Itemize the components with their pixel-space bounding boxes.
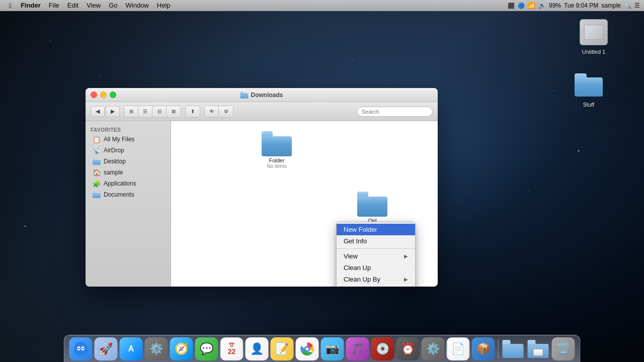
dock-safari-icon: 🧭 — [170, 337, 193, 360]
stuff-icon-label: Stuff — [582, 101, 596, 108]
dock-calendar-icon: 📅22 — [220, 337, 244, 360]
back-button[interactable]: ◀ — [91, 106, 105, 117]
ctx-clean-up-by[interactable]: Clean Up By ▶ — [337, 274, 415, 285]
view-buttons: ⊞ ☰ ⊟ ⊠ — [124, 106, 181, 118]
apple-menu[interactable]:  — [4, 0, 17, 11]
dock-iphoto-icon: 📷 — [321, 337, 344, 360]
dock-item-sysprefs2[interactable]: ⚙️ — [422, 337, 445, 360]
window-title-text: Downloads — [251, 92, 283, 99]
dock-chrome-icon — [296, 337, 319, 360]
clock: Tue 9:04 PM — [564, 2, 598, 9]
ctx-get-info[interactable]: Get Info — [337, 235, 415, 247]
sidebar-item-airdrop[interactable]: 📡 AirDrop — [88, 145, 169, 156]
menu-go[interactable]: Go — [105, 0, 121, 11]
content-item-name-folder: Folder — [269, 157, 284, 163]
applications-icon: 🧩 — [93, 179, 101, 188]
context-menu: New Folder Get Info View ▶ Clean Up Clea… — [336, 222, 416, 287]
hdd-icon-label: Untitled 1 — [581, 48, 607, 55]
menu-file[interactable]: File — [45, 0, 63, 11]
dock-item-appstore[interactable]: A — [120, 337, 143, 360]
search-input[interactable] — [357, 107, 433, 117]
action-button[interactable]: ⚙ — [219, 106, 233, 117]
list-view-button[interactable]: ☰ — [138, 106, 152, 117]
sidebar-item-documents[interactable]: Documents — [88, 189, 169, 200]
finder-toolbar: ◀ ▶ ⊞ ☰ ⊟ ⊠ ⬆ 👁 ⚙ — [86, 102, 438, 121]
dock-folder-icon — [502, 337, 525, 360]
screen-record-icon: ⬛ — [508, 3, 515, 9]
sidebar-item-desktop[interactable]: Desktop — [88, 156, 169, 167]
coverflow-view-button[interactable]: ⊠ — [167, 106, 181, 117]
dock-item-calendar[interactable]: 📅22 — [220, 337, 244, 360]
svg-point-0 — [74, 342, 88, 356]
dock-timemachine-icon: ⏰ — [396, 337, 420, 360]
svg-point-4 — [82, 348, 84, 349]
dock-item-iphoto[interactable]: 📷 — [321, 337, 344, 360]
dock-item-messages[interactable]: 💬 — [195, 337, 218, 360]
sidebar-label-applications: Applications — [104, 180, 136, 187]
minimize-button[interactable] — [100, 92, 107, 98]
sidebar-label-desktop: Desktop — [104, 158, 126, 165]
dock-item-dvdplayer[interactable]: 💿 — [371, 337, 394, 360]
hdd-icon-image — [579, 17, 609, 47]
dock-item-chrome[interactable] — [296, 337, 319, 360]
forward-button[interactable]: ▶ — [106, 106, 120, 117]
dock-item-safari[interactable]: 🧭 — [170, 337, 193, 360]
eye-button[interactable]: 👁 — [205, 106, 219, 117]
dock-item-launchpad[interactable]: 🚀 — [95, 337, 118, 360]
menubar-status: ⬛ 🔵 📶 🔊 99% Tue 9:04 PM sample 🔍 ☰ — [508, 2, 640, 9]
menu-help[interactable]: Help — [153, 0, 175, 11]
sidebar-item-applications[interactable]: 🧩 Applications — [88, 178, 169, 189]
share-button[interactable]: ⬆ — [186, 106, 200, 117]
dock-appstore-icon: A — [120, 337, 143, 360]
eye-button-group: 👁 ⚙ — [204, 106, 233, 118]
content-item-folder[interactable]: Folder No items — [257, 131, 297, 169]
menu-edit[interactable]: Edit — [63, 0, 83, 11]
content-old-folder-icon — [357, 192, 387, 217]
desktop-icon-hdd[interactable]: Untitled 1 — [574, 15, 614, 57]
icon-view-button[interactable]: ⊞ — [124, 106, 138, 117]
menu-view[interactable]: View — [83, 0, 105, 11]
dock-item-notes[interactable]: 📝 — [271, 337, 294, 360]
close-button[interactable] — [91, 92, 97, 98]
sidebar-item-home[interactable]: 🏠 sample — [88, 167, 169, 178]
dock-item-preview[interactable]: 📄 — [447, 337, 470, 360]
dock-preview-icon: 📄 — [447, 337, 470, 360]
dock-item-sysprefs[interactable]: ⚙️ — [145, 337, 168, 360]
desktop-icon-stuff[interactable]: Stuff — [569, 68, 609, 110]
dock-item-timemachine[interactable]: ⏰ — [396, 337, 420, 360]
dock-item-folder[interactable] — [502, 337, 525, 360]
desktop:  Finder File Edit View Go Window Help ⬛… — [0, 0, 644, 362]
ctx-new-folder[interactable]: New Folder — [337, 224, 415, 235]
home-icon: 🏠 — [93, 168, 101, 176]
dock-trash-icon: 🗑️ — [552, 337, 575, 360]
battery-indicator: 99% — [549, 2, 561, 9]
dock-migration-icon: 📦 — [472, 337, 495, 360]
dock-itunes-icon: 🎵 — [346, 337, 369, 360]
sidebar-item-all-my-files[interactable]: 📋 All My Files — [88, 134, 169, 145]
sidebar-label-documents: Documents — [104, 191, 134, 198]
dock-item-itunes[interactable]: 🎵 — [346, 337, 369, 360]
dock-item-finder[interactable] — [69, 337, 93, 360]
finder-sidebar: FAVORITES 📋 All My Files 📡 AirDrop — [86, 121, 171, 287]
maximize-button[interactable] — [110, 92, 116, 98]
dock-item-addressbook[interactable]: 👤 — [246, 337, 269, 360]
stuff-folder-image — [574, 70, 604, 100]
ctx-clean-up[interactable]: Clean Up — [337, 262, 415, 274]
menu-finder[interactable]: Finder — [17, 0, 45, 11]
search-icon[interactable]: 🔍 — [624, 2, 631, 9]
ctx-separator-1 — [337, 248, 415, 249]
menu-window[interactable]: Window — [122, 0, 153, 11]
dock-item-trash[interactable]: 🗑️ — [552, 337, 575, 360]
sidebar-label-airdrop: AirDrop — [104, 147, 124, 154]
notif-icon[interactable]: ☰ — [634, 2, 640, 9]
column-view-button[interactable]: ⊟ — [152, 106, 167, 117]
dock-item-downloads-dock[interactable] — [527, 337, 550, 360]
dock-item-migration[interactable]: 📦 — [472, 337, 495, 360]
dock-launchpad-icon: 🚀 — [95, 337, 118, 360]
ctx-view[interactable]: View ▶ — [337, 250, 415, 262]
finder-content[interactable]: Folder No items Old 11 items New Folder — [171, 121, 438, 287]
dock: 🚀 A ⚙️ 🧭 💬 📅22 👤 📝 — [64, 335, 581, 362]
sidebar-label-home: sample — [104, 169, 123, 176]
ctx-arrange-by[interactable]: Arrange By ▶ — [337, 285, 415, 287]
finder-titlebar: Downloads — [86, 88, 438, 102]
